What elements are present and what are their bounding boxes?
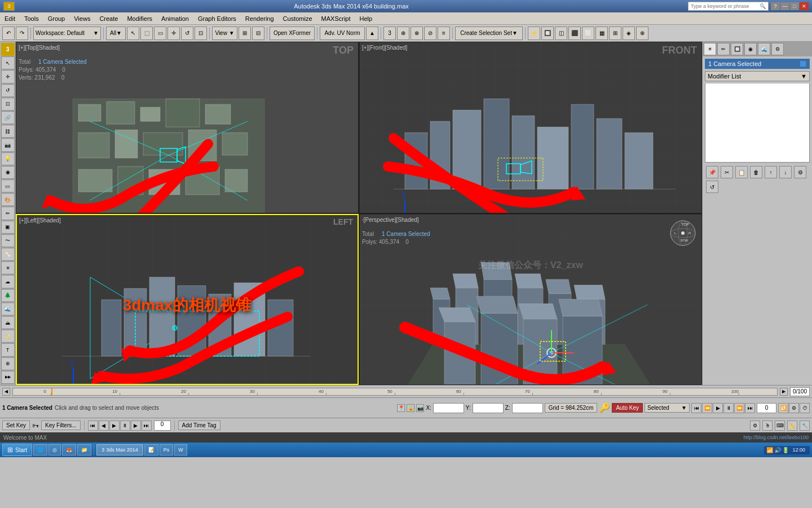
ltb-btn-sun[interactable]: ☀ bbox=[1, 261, 15, 274]
ltb-btn-move[interactable]: ✛ bbox=[1, 70, 15, 83]
menu-item-graph-editors[interactable]: Graph Editors bbox=[193, 12, 241, 24]
menu-item-rendering[interactable]: Rendering bbox=[241, 12, 279, 24]
search-box[interactable]: 🔍 bbox=[688, 2, 769, 11]
ltb-btn-shape[interactable]: ▭ bbox=[1, 179, 15, 192]
panel-tab-modify[interactable]: ✏ bbox=[717, 43, 730, 55]
timeline-marker[interactable] bbox=[51, 388, 52, 395]
tb-icon3[interactable]: ◫ bbox=[555, 27, 567, 40]
panel-btn-down[interactable]: ↓ bbox=[779, 166, 792, 178]
viewport-front[interactable]: X Z [+][Front][Shaded] FRONT bbox=[359, 42, 702, 213]
viewport-perspective[interactable]: X Y Z 关注微信公众号：V2_zxw Total 1 Camera Sele… bbox=[359, 214, 702, 386]
redo-btn[interactable]: ↷ bbox=[16, 27, 28, 40]
num-btn1[interactable]: ⊕ bbox=[397, 27, 409, 40]
taskbar-ie-btn[interactable]: 🌐 bbox=[33, 444, 47, 456]
status-icon4[interactable]: 📐 bbox=[787, 421, 797, 431]
current-frame-display[interactable]: 0 / 100 bbox=[790, 387, 810, 396]
tb-icon4[interactable]: ⬛ bbox=[568, 27, 581, 40]
pb2-play[interactable]: ▶ bbox=[109, 421, 120, 431]
select-all-btn[interactable]: All▼ bbox=[106, 27, 126, 40]
status-icon3[interactable]: ⌨ bbox=[775, 421, 785, 431]
panel-btn-pin[interactable]: 📌 bbox=[706, 166, 718, 178]
move-btn[interactable]: ✛ bbox=[167, 27, 180, 40]
ltb-btn-select[interactable]: ↖ bbox=[1, 56, 15, 69]
pb2-next[interactable]: ▶ bbox=[131, 421, 141, 431]
select-btn[interactable]: ↖ bbox=[127, 27, 139, 40]
rotate-btn[interactable]: ↺ bbox=[181, 27, 193, 40]
close-btn[interactable]: ✕ bbox=[800, 2, 809, 10]
panel-btn-paste[interactable]: 📋 bbox=[735, 166, 748, 178]
ltb-btn-water[interactable]: 🌊 bbox=[1, 303, 15, 316]
help-btn[interactable]: ? bbox=[771, 2, 780, 10]
ltb-btn-unlink[interactable]: ⛓ bbox=[1, 125, 15, 138]
z-input[interactable] bbox=[512, 403, 543, 413]
panel-tab-hierarchy[interactable]: 🔲 bbox=[731, 43, 743, 55]
panel-btn-del[interactable]: 🗑 bbox=[750, 166, 762, 178]
ltb-btn-material[interactable]: 🎨 bbox=[1, 193, 15, 206]
panel-btn-reset[interactable]: ↺ bbox=[706, 181, 718, 193]
stop-btn[interactable]: ⏸ bbox=[723, 403, 734, 413]
frame-num[interactable]: 0 bbox=[154, 421, 171, 431]
workspace-dropdown[interactable]: Workspace: Default ▼ bbox=[33, 27, 101, 40]
menu-item-modifiers[interactable]: Modifiers bbox=[122, 12, 157, 24]
panel-btn-up[interactable]: ↑ bbox=[765, 166, 777, 178]
ltb-btn-text[interactable]: T bbox=[1, 343, 15, 356]
view-btn[interactable]: View ▼ bbox=[212, 27, 237, 40]
ltb-btn-more[interactable]: ▶▶ bbox=[1, 371, 15, 384]
num-btn4[interactable]: ≡ bbox=[438, 27, 450, 40]
ltb-btn-group[interactable]: ▣ bbox=[1, 221, 15, 234]
create-selection-btn[interactable]: Create Selection Set ▼ bbox=[455, 27, 523, 40]
menu-item-customize[interactable]: Customize bbox=[279, 12, 317, 24]
ltb-btn-terrain[interactable]: ⛰ bbox=[1, 316, 15, 329]
ltb-btn-rotate[interactable]: ↺ bbox=[1, 84, 15, 97]
loop-btn[interactable]: 🔁 bbox=[778, 403, 788, 413]
ltb-btn-camera[interactable]: 📷 bbox=[1, 138, 15, 151]
x-input[interactable] bbox=[433, 403, 464, 413]
menu-item-group[interactable]: Group bbox=[43, 12, 70, 24]
panel-tab-utilities[interactable]: ⚙ bbox=[771, 43, 784, 55]
timeline-bar[interactable]: 0 10 20 30 40 50 60 70 80 90 100 bbox=[12, 388, 778, 396]
num-btn2[interactable]: ⊗ bbox=[411, 27, 423, 40]
select-region-btn[interactable]: ⬚ bbox=[140, 27, 153, 40]
ltb-btn-fx[interactable]: ✨ bbox=[1, 330, 15, 343]
taskbar-chrome-btn[interactable]: ◎ bbox=[48, 444, 61, 456]
tb-icon9[interactable]: ⊕ bbox=[636, 27, 648, 40]
pb2-prev[interactable]: ◀ bbox=[99, 421, 109, 431]
panel-tab-display[interactable]: 🌊 bbox=[758, 43, 770, 55]
go-end-btn[interactable]: ⏭ bbox=[745, 403, 755, 413]
prev-frame-btn[interactable]: ⏪ bbox=[702, 403, 712, 413]
panel-tab-motion[interactable]: ◉ bbox=[744, 43, 757, 55]
status-icon1[interactable]: ⚙ bbox=[750, 421, 760, 431]
pb2-stop[interactable]: ⏸ bbox=[120, 421, 130, 431]
menu-item-edit[interactable]: Edit bbox=[0, 12, 20, 24]
set-key-btn[interactable]: Set Key bbox=[2, 421, 30, 430]
config-btn[interactable]: ⚙ bbox=[789, 403, 799, 413]
tray-audio[interactable]: 🔊 bbox=[774, 447, 781, 453]
ltb-btn-link[interactable]: 🔗 bbox=[1, 111, 15, 124]
ltb-btn-bone[interactable]: 🦴 bbox=[1, 248, 15, 261]
panel-btn-configure[interactable]: ⚙ bbox=[794, 166, 806, 178]
pb2-end[interactable]: ⏭ bbox=[142, 421, 152, 431]
view-btn3[interactable]: ⊟ bbox=[252, 27, 264, 40]
taskbar-notepad-btn[interactable]: 📝 bbox=[144, 444, 158, 456]
menu-item-animation[interactable]: Animation bbox=[157, 12, 193, 24]
selected-dropdown[interactable]: Selected ▼ bbox=[645, 403, 690, 413]
taskbar-firefox-btn[interactable]: 🦊 bbox=[62, 444, 76, 456]
viewport-left[interactable]: Y Z 3dmax的相机视锥 [+][Left][Shaded] LEFT bbox=[16, 214, 359, 386]
adv-uv-btn2[interactable]: ▲ bbox=[366, 27, 378, 40]
modifier-list-header[interactable]: Modifier List ▼ bbox=[705, 71, 810, 81]
go-start-btn[interactable]: ⏮ bbox=[691, 403, 701, 413]
y-input[interactable] bbox=[473, 403, 504, 413]
frame-input[interactable] bbox=[757, 403, 776, 413]
lock-btn[interactable]: 🔒 bbox=[407, 404, 414, 412]
ltb-btn-spline[interactable]: 〜 bbox=[1, 234, 15, 247]
search-input[interactable] bbox=[691, 3, 758, 9]
view-btn2[interactable]: ⊞ bbox=[239, 27, 251, 40]
pb2-start[interactable]: ⏮ bbox=[88, 421, 98, 431]
tb-icon8[interactable]: ◈ bbox=[623, 27, 635, 40]
timeline-scroll-left[interactable]: ◀ bbox=[2, 388, 10, 396]
status-icon5[interactable]: 🔧 bbox=[800, 421, 810, 431]
taskbar-3dsmax-btn[interactable]: 3 3ds Max 2014 bbox=[96, 444, 143, 456]
timeline-scroll-right[interactable]: ▶ bbox=[780, 388, 788, 396]
tray-network[interactable]: 📶 bbox=[766, 447, 773, 453]
taskbar-explorer-btn[interactable]: 📁 bbox=[77, 444, 91, 456]
